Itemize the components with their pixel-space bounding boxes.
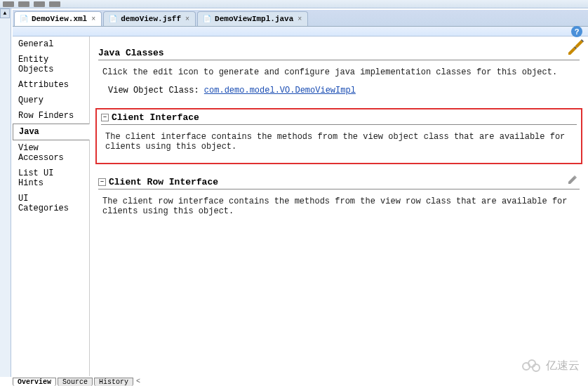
toolbar-icon[interactable] — [49, 1, 60, 7]
watermark-logo-icon — [522, 359, 542, 373]
watermark-text: 亿速云 — [546, 359, 580, 373]
xml-file-icon: 📄 — [19, 14, 29, 24]
edit-icon-disabled[interactable] — [567, 174, 578, 185]
scroll-tabs-left-icon[interactable]: < — [135, 378, 142, 385]
toolbar-icon[interactable] — [18, 1, 29, 7]
toolbar-icon[interactable] — [3, 1, 14, 7]
main-panel: General Entity Objects Attributes Query … — [13, 36, 588, 376]
section-description: The client interface contains the method… — [101, 125, 577, 156]
section-client-row-interface: – Client Row Interface The client row in… — [98, 177, 580, 220]
edit-icon[interactable] — [574, 38, 585, 49]
sidebar: General Entity Objects Attributes Query … — [13, 36, 90, 376]
section-title: Client Interface — [112, 112, 199, 123]
sidebar-item-query[interactable]: Query — [13, 93, 89, 108]
tab-demoview-jsff[interactable]: 📄 demoView.jsff × — [103, 11, 196, 26]
editor-area: 📄 DemoView.xml × 📄 demoView.jsff × 📄 Dem… — [13, 10, 588, 386]
left-gutter: ▲ — [0, 8, 11, 377]
bottom-tabs: Overview Source History < — [13, 378, 142, 386]
sidebar-item-view-accessors[interactable]: View Accessors — [13, 140, 89, 166]
sidebar-item-attributes[interactable]: Attributes — [13, 77, 89, 93]
collapse-icon[interactable]: – — [98, 178, 106, 186]
main-toolbar — [0, 0, 588, 8]
field-label: View Object Class: — [108, 86, 204, 95]
sidebar-item-row-finders[interactable]: Row Finders — [13, 108, 89, 124]
bottom-tab-overview[interactable]: Overview — [13, 378, 56, 386]
close-icon[interactable]: × — [296, 15, 303, 23]
tab-label: DemoView.xml — [32, 15, 87, 23]
section-client-interface-highlighted: – Client Interface The client interface … — [95, 108, 582, 164]
sidebar-item-general[interactable]: General — [13, 36, 89, 52]
editor-tabs: 📄 DemoView.xml × 📄 demoView.jsff × 📄 Dem… — [13, 10, 588, 27]
sidebar-item-ui-categories[interactable]: UI Categories — [13, 191, 89, 216]
sidebar-item-java[interactable]: Java — [13, 124, 90, 140]
close-icon[interactable]: × — [184, 15, 191, 23]
section-header: – Client Row Interface — [98, 177, 580, 189]
section-header: – Client Interface — [101, 112, 577, 125]
tab-label: DemoViewImpl.java — [215, 15, 293, 23]
section-description: The client row interface contains the me… — [98, 189, 580, 220]
section-title: Client Row Interface — [109, 177, 218, 187]
bottom-tab-source[interactable]: Source — [58, 378, 93, 386]
help-icon[interactable]: ? — [571, 26, 582, 37]
collapse-icon[interactable]: – — [101, 114, 109, 121]
jsff-file-icon: 📄 — [108, 14, 118, 24]
java-file-icon: 📄 — [202, 14, 212, 24]
content-header: ? — [13, 27, 588, 36]
bottom-tab-history[interactable]: History — [94, 378, 133, 386]
content-wrap: ? General Entity Objects Attributes Quer… — [13, 27, 588, 376]
watermark: 亿速云 — [522, 359, 580, 373]
tab-demoview-xml[interactable]: 📄 DemoView.xml × — [14, 11, 102, 26]
section-title: Java Classes — [98, 48, 164, 58]
sidebar-item-list-ui-hints[interactable]: List UI Hints — [13, 166, 89, 191]
close-icon[interactable]: × — [90, 15, 97, 23]
field-view-object-class: View Object Class: com.demo.model.VO.Dem… — [98, 81, 580, 95]
tab-demoviewimpl-java[interactable]: 📄 DemoViewImpl.java × — [197, 11, 308, 26]
section-header: Java Classes — [98, 48, 580, 60]
toolbar-icon[interactable] — [34, 1, 45, 7]
sidebar-item-entity-objects[interactable]: Entity Objects — [13, 52, 89, 77]
detail-pane: Java Classes Click the edit icon to gene… — [90, 36, 588, 376]
tab-label: demoView.jsff — [121, 15, 181, 23]
section-java-classes: Java Classes Click the edit icon to gene… — [98, 48, 580, 95]
view-object-class-link[interactable]: com.demo.model.VO.DemoViewImpl — [204, 86, 356, 95]
section-description: Click the edit icon to generate and conf… — [98, 60, 580, 81]
scroll-up-icon[interactable]: ▲ — [0, 8, 10, 18]
